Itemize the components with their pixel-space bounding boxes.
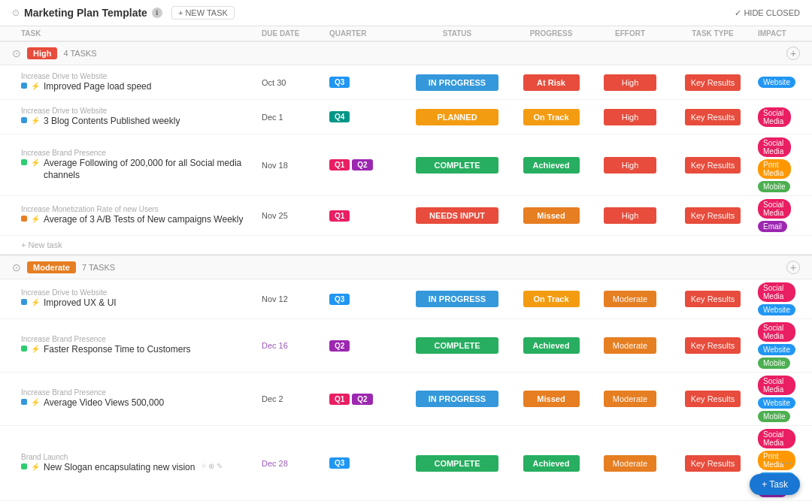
task-dot xyxy=(21,117,27,123)
new-task-row[interactable]: + New task xyxy=(0,236,812,255)
effort-badge[interactable]: Moderate xyxy=(604,337,656,354)
quarter-tag[interactable]: Q3 xyxy=(329,294,350,305)
quarter-tag[interactable]: Q1 xyxy=(329,159,350,171)
task-name[interactable]: Average of 3 A/B Tests of New campaigns … xyxy=(44,214,243,226)
impact-tag[interactable]: Website xyxy=(758,77,795,88)
effort-badge[interactable]: Moderate xyxy=(604,391,656,407)
status-badge[interactable]: COMPLETE xyxy=(416,337,498,354)
progress-badge[interactable]: On Track xyxy=(523,109,580,125)
task-name-row: ⚡3 Blog Contents Published weekly xyxy=(21,116,262,128)
more-icon[interactable]: ⋯ xyxy=(780,456,792,470)
progress-cell: Achieved xyxy=(510,157,592,174)
progress-badge[interactable]: Achieved xyxy=(523,455,580,472)
effort-badge[interactable]: High xyxy=(604,157,656,174)
impact-tag[interactable]: Social Media xyxy=(758,107,791,127)
status-cell: COMPLETE xyxy=(404,157,510,174)
task-count-high: 4 TASKS xyxy=(63,49,96,58)
impact-tag[interactable]: Website xyxy=(758,344,795,355)
impact-cell: Social MediaEmail xyxy=(758,199,791,232)
quarter-tag[interactable]: Q1 xyxy=(329,210,350,222)
task-type-badge[interactable]: Key Results xyxy=(685,291,741,307)
task-info: Brand Launch⚡New Slogan encapsulating ne… xyxy=(21,451,262,475)
impact-tag[interactable]: Social Media xyxy=(758,429,795,448)
task-type-badge[interactable]: Key Results xyxy=(685,455,741,472)
progress-badge[interactable]: Achieved xyxy=(523,337,580,354)
col-impact: IMPACT xyxy=(758,29,791,38)
quarter-tag[interactable]: Q2 xyxy=(352,394,372,405)
status-cell: COMPLETE xyxy=(404,455,510,472)
status-badge[interactable]: IN PROGRESS xyxy=(416,391,498,407)
effort-cell: High xyxy=(592,157,668,174)
task-actions[interactable]: ⑂⊕✎ xyxy=(201,462,223,470)
effort-badge[interactable]: Moderate xyxy=(604,291,656,307)
quarter-tag[interactable]: Q2 xyxy=(352,159,372,171)
task-name[interactable]: Average Video Views 500,000 xyxy=(44,397,164,409)
impact-tag[interactable]: Social Media xyxy=(758,137,791,157)
progress-badge[interactable]: At Risk xyxy=(523,74,580,91)
status-badge[interactable]: NEEDS INPUT xyxy=(416,207,498,224)
link-icon[interactable]: ⊕ xyxy=(208,462,214,470)
effort-cell: Moderate xyxy=(592,391,668,407)
impact-tag[interactable]: Print Media xyxy=(758,159,791,179)
effort-badge[interactable]: High xyxy=(604,74,656,91)
status-badge[interactable]: IN PROGRESS xyxy=(416,291,498,307)
group-toggle-moderate[interactable]: ⊙ xyxy=(12,261,21,273)
edit-icon[interactable]: ✎ xyxy=(217,462,223,470)
task-name[interactable]: Faster Response Time to Customers xyxy=(44,344,190,356)
quarter-tag[interactable]: Q1 xyxy=(329,394,350,405)
status-badge[interactable]: COMPLETE xyxy=(416,455,498,472)
impact-tag[interactable]: Social Media xyxy=(758,199,791,219)
task-parent: Increase Drive to Website xyxy=(21,107,262,115)
subtask-icon[interactable]: ⑂ xyxy=(201,462,206,470)
status-badge[interactable]: PLANNED xyxy=(416,109,498,125)
progress-badge[interactable]: Missed xyxy=(523,207,580,224)
quarter-tag[interactable]: Q3 xyxy=(329,457,350,469)
effort-cell: Moderate xyxy=(592,455,668,472)
task-type-badge[interactable]: Key Results xyxy=(685,74,741,91)
new-task-button[interactable]: + NEW TASK xyxy=(171,6,235,20)
task-type-badge[interactable]: Key Results xyxy=(685,391,741,407)
progress-badge[interactable]: On Track xyxy=(523,291,580,307)
task-type-badge[interactable]: Key Results xyxy=(685,157,741,174)
task-name[interactable]: 3 Blog Contents Published weekly xyxy=(44,116,180,128)
quarter-tag[interactable]: Q2 xyxy=(329,340,350,352)
group-add-icon-moderate[interactable]: + xyxy=(786,261,800,274)
impact-tag[interactable]: Website xyxy=(758,304,795,315)
group-toggle-high[interactable]: ⊙ xyxy=(12,47,21,59)
impact-tag[interactable]: Website xyxy=(758,397,795,409)
impact-tag[interactable]: Social Media xyxy=(758,376,795,395)
status-badge[interactable]: COMPLETE xyxy=(416,157,498,174)
quarter-tag[interactable]: Q4 xyxy=(329,111,350,122)
col-quarter: QUARTER xyxy=(329,29,404,38)
quarter-tag[interactable]: Q3 xyxy=(329,77,350,88)
task-name[interactable]: Average Following of 200,000 for all Soc… xyxy=(44,158,262,181)
task-name[interactable]: New Slogan encapsulating new vision xyxy=(44,462,195,474)
group-add-icon-high[interactable]: + xyxy=(786,47,800,60)
quarter-cell: Q1 xyxy=(329,210,404,222)
impact-tag[interactable]: Social Media xyxy=(758,322,795,342)
task-type-badge[interactable]: Key Results xyxy=(685,109,741,125)
progress-badge[interactable]: Achieved xyxy=(523,157,580,174)
new-task-fab[interactable]: + Task xyxy=(750,474,800,495)
impact-tag[interactable]: Mobile xyxy=(758,411,790,422)
effort-badge[interactable]: Moderate xyxy=(604,455,656,472)
impact-cell: Social Media xyxy=(758,107,791,127)
effort-badge[interactable]: High xyxy=(604,109,656,125)
task-type-badge[interactable]: Key Results xyxy=(685,337,741,354)
task-name-row: ⚡Improved UX & UI xyxy=(21,297,262,309)
impact-cell: Social MediaWebsiteMobile xyxy=(758,322,795,369)
hide-closed-button[interactable]: ✓ HIDE CLOSED xyxy=(735,8,800,18)
info-icon[interactable]: ℹ xyxy=(152,8,162,18)
effort-badge[interactable]: High xyxy=(604,207,656,224)
impact-tag[interactable]: Social Media xyxy=(758,282,795,302)
task-info: Increase Drive to Website⚡Improved UX & … xyxy=(21,287,262,311)
task-name[interactable]: Improved Page load speed xyxy=(44,81,151,93)
impact-tag[interactable]: Mobile xyxy=(758,358,790,369)
status-badge[interactable]: IN PROGRESS xyxy=(416,74,498,91)
status-cell: IN PROGRESS xyxy=(404,291,510,307)
task-name[interactable]: Improved UX & UI xyxy=(44,297,117,309)
impact-tag[interactable]: Email xyxy=(758,221,787,232)
progress-badge[interactable]: Missed xyxy=(523,391,580,407)
task-type-badge[interactable]: Key Results xyxy=(685,207,741,224)
impact-tag[interactable]: Mobile xyxy=(758,181,790,192)
